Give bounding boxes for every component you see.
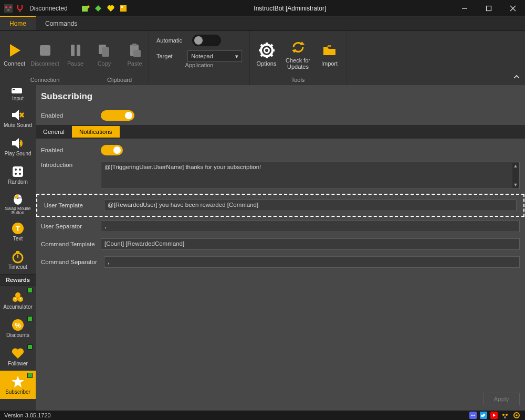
svg-rect-36 xyxy=(13,89,15,90)
paste-button: Paste xyxy=(120,43,150,67)
svg-rect-0 xyxy=(4,4,13,13)
connection-status-text: Disconnected xyxy=(29,5,68,12)
sidebar-item-mute-sound[interactable]: Mute Sound xyxy=(0,104,36,132)
user-template-input[interactable]: @[RewardedUser] you have been rewarded [… xyxy=(104,200,517,211)
svg-marker-14 xyxy=(10,44,20,57)
svg-point-43 xyxy=(19,169,21,171)
sidebar-item-play-sound[interactable]: Play Sound xyxy=(0,132,36,161)
menu-tabs: Home Commands xyxy=(0,17,525,30)
pause-button: Pause xyxy=(61,43,90,67)
mini-icon-3[interactable] xyxy=(107,4,115,13)
close-button[interactable] xyxy=(501,0,525,16)
star-icon xyxy=(11,375,25,388)
sidebar-item-input[interactable]: Input xyxy=(0,85,36,104)
enabled-toggle[interactable] xyxy=(101,110,134,121)
copy-button: Copy xyxy=(90,43,119,67)
options-button[interactable]: Options xyxy=(252,43,281,67)
user-separator-label: User Separator xyxy=(41,223,96,229)
command-separator-label: Command Separator xyxy=(41,259,99,265)
scroll-up-icon[interactable]: ▲ xyxy=(512,163,519,169)
stopwatch-icon xyxy=(11,250,25,264)
folder-open-icon xyxy=(322,43,338,58)
pause-icon xyxy=(68,43,83,58)
user-separator-input[interactable]: , xyxy=(101,220,520,232)
intro-textarea[interactable]: @[TriggeringUser.UserName] thanks for yo… xyxy=(101,162,520,189)
ribbon: Connect Disconnect Pause Connection Copy… xyxy=(0,30,525,85)
svg-rect-9 xyxy=(121,6,123,8)
heart-icon xyxy=(11,346,25,360)
refresh-icon xyxy=(290,39,306,55)
titlebar: Disconnected InstructBot [Administrator] xyxy=(0,0,525,17)
svg-point-56 xyxy=(15,298,16,299)
sidebar-item-swap-mouse[interactable]: Swap Mouse Button xyxy=(0,189,36,217)
main-panel: Subscribing Enabled General Notification… xyxy=(36,85,525,411)
discord-icon[interactable] xyxy=(469,412,477,419)
automatic-toggle[interactable] xyxy=(192,35,221,46)
ribbon-group-tools-label: Tools xyxy=(291,77,305,84)
svg-rect-11 xyxy=(487,6,491,10)
command-separator-input[interactable]: , xyxy=(104,256,520,268)
target-select[interactable]: Notepad ▾ xyxy=(187,50,242,62)
ribbon-group-clipboard-label: Clipboard xyxy=(107,77,132,84)
scroll-down-icon[interactable]: ▼ xyxy=(512,182,519,188)
statusbar: Version 3.05.1720 xyxy=(0,411,525,420)
tab-home[interactable]: Home xyxy=(0,16,36,30)
svg-point-55 xyxy=(15,292,20,298)
ribbon-group-connection-label: Connection xyxy=(30,77,60,84)
sidebar-item-follower[interactable]: Follower xyxy=(0,342,36,371)
input-icon xyxy=(11,88,25,95)
mini-icon-1[interactable] xyxy=(81,4,90,13)
command-template-input[interactable]: [Count] [RewardedCommand] xyxy=(101,238,520,250)
sidebar-item-accumulator[interactable]: Accumulator xyxy=(0,286,36,314)
minimize-button[interactable] xyxy=(453,0,477,16)
youtube-icon[interactable] xyxy=(490,412,498,419)
dice-icon xyxy=(11,165,25,178)
svg-point-61 xyxy=(471,415,473,416)
svg-marker-60 xyxy=(12,376,24,387)
svg-line-32 xyxy=(261,54,263,56)
text-icon: T xyxy=(11,222,25,235)
subtabs: General Notifications xyxy=(36,125,525,139)
tab-commands[interactable]: Commands xyxy=(36,17,87,30)
sidebar-item-discounts[interactable]: % Discounts xyxy=(0,314,36,342)
ribbon-collapse-icon[interactable] xyxy=(513,73,520,81)
sidebar-item-random[interactable]: Random xyxy=(0,161,36,189)
target-value: Notepad xyxy=(191,53,213,59)
gear-icon xyxy=(259,43,275,58)
disconnect-button: Disconnect xyxy=(30,43,60,67)
sidebar-item-text[interactable]: T Text xyxy=(0,217,36,246)
plug-icon xyxy=(16,4,24,13)
svg-point-62 xyxy=(474,415,475,416)
svg-rect-41 xyxy=(13,166,23,177)
apply-button[interactable]: Apply xyxy=(483,393,520,405)
import-button[interactable]: Import xyxy=(315,43,344,67)
check-updates-button[interactable]: Check for Updates xyxy=(282,39,314,70)
subtab-notifications[interactable]: Notifications xyxy=(72,126,120,138)
twitter-icon[interactable] xyxy=(480,412,487,419)
mini-icon-2[interactable] xyxy=(94,4,102,13)
maximize-button[interactable] xyxy=(477,0,501,16)
mini-icon-4[interactable] xyxy=(119,4,128,13)
svg-rect-17 xyxy=(77,45,80,56)
status-gear-icon[interactable] xyxy=(512,411,521,419)
status-dot-icon xyxy=(27,344,33,350)
play-icon xyxy=(7,43,23,58)
svg-text:T: T xyxy=(16,224,20,233)
connect-button[interactable]: Connect xyxy=(0,43,29,67)
notif-enabled-toggle[interactable] xyxy=(101,145,123,155)
sound-icon xyxy=(11,136,25,150)
status-app-icon[interactable] xyxy=(501,411,509,419)
svg-rect-22 xyxy=(133,50,141,57)
sidebar-item-timeout[interactable]: Timeout xyxy=(0,246,36,274)
subtab-general[interactable]: General xyxy=(36,126,72,138)
svg-rect-8 xyxy=(120,5,127,12)
chevron-down-icon: ▾ xyxy=(235,53,238,60)
svg-point-2 xyxy=(9,6,12,8)
svg-point-45 xyxy=(19,173,21,175)
intro-value: @[TriggeringUser.UserName] thanks for yo… xyxy=(104,164,261,170)
svg-marker-6 xyxy=(88,5,90,9)
automatic-label: Automatic xyxy=(156,37,187,44)
paste-icon xyxy=(127,43,143,58)
sidebar-item-subscriber[interactable]: Subscriber xyxy=(0,371,36,399)
status-dot-icon xyxy=(27,288,33,293)
